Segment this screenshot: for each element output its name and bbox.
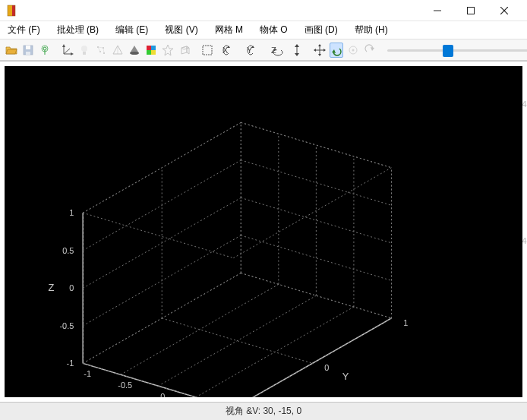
svg-marker-35 bbox=[163, 45, 173, 55]
undo-icon[interactable] bbox=[330, 43, 343, 58]
pyramid-icon[interactable] bbox=[111, 43, 125, 58]
3d-axes: -1-0.500.51-101-1-0.500.51XYZ bbox=[5, 66, 522, 397]
menu-help[interactable]: 帮助 (H) bbox=[352, 22, 391, 38]
menu-bar: 文件 (F) 批处理 (B) 编辑 (E) 视图 (V) 网格 M 物体 O 画… bbox=[0, 21, 527, 39]
svg-line-67 bbox=[83, 363, 233, 397]
redo-icon[interactable] bbox=[363, 43, 377, 58]
menu-grid[interactable]: 网格 M bbox=[212, 22, 246, 38]
plot-area: 24 24 -1-0.500.51-101-1-0.500.51XYZ bbox=[0, 61, 527, 402]
select-icon[interactable] bbox=[200, 43, 214, 58]
menu-plot[interactable]: 画图 (D) bbox=[301, 22, 341, 38]
open-icon[interactable] bbox=[5, 43, 18, 58]
svg-line-66 bbox=[233, 318, 391, 397]
x-rotate-icon[interactable]: X bbox=[217, 43, 238, 58]
status-bar: 视角 &V: 30, -15, 0 bbox=[0, 402, 527, 420]
svg-line-89 bbox=[83, 213, 233, 257]
move-icon[interactable] bbox=[313, 43, 327, 58]
expand-icon[interactable] bbox=[290, 43, 304, 58]
crystal-icon[interactable] bbox=[94, 43, 108, 58]
svg-text:-1: -1 bbox=[67, 358, 74, 368]
status-text: 视角 &V: 30, -15, 0 bbox=[226, 405, 301, 418]
svg-line-91 bbox=[83, 122, 241, 213]
svg-rect-9 bbox=[26, 52, 30, 55]
maximize-button[interactable] bbox=[454, 0, 488, 21]
svg-line-84 bbox=[83, 235, 241, 326]
svg-rect-31 bbox=[147, 46, 151, 50]
svg-line-25 bbox=[98, 47, 100, 52]
star-icon[interactable] bbox=[161, 43, 175, 58]
svg-point-57 bbox=[352, 49, 355, 51]
app-icon bbox=[6, 5, 18, 17]
toolbar: X Y Z bbox=[0, 39, 527, 61]
svg-line-15 bbox=[64, 49, 70, 54]
svg-rect-34 bbox=[151, 50, 156, 55]
svg-marker-54 bbox=[323, 49, 326, 52]
bulb-icon[interactable] bbox=[77, 43, 91, 58]
svg-marker-53 bbox=[314, 49, 316, 52]
cone-icon[interactable] bbox=[128, 43, 141, 58]
svg-line-92 bbox=[241, 122, 391, 167]
svg-marker-58 bbox=[371, 47, 374, 51]
svg-rect-0 bbox=[8, 5, 12, 16]
antenna-icon[interactable] bbox=[38, 43, 52, 58]
svg-line-90 bbox=[233, 168, 391, 258]
zoom-slider[interactable] bbox=[387, 43, 527, 57]
svg-line-24 bbox=[98, 47, 103, 48]
svg-marker-47 bbox=[295, 44, 299, 47]
svg-text:1: 1 bbox=[69, 208, 74, 217]
svg-rect-8 bbox=[26, 46, 30, 49]
svg-marker-51 bbox=[318, 44, 321, 46]
axis-icon[interactable] bbox=[61, 43, 74, 58]
title-bar: LB bbox=[0, 0, 527, 21]
svg-text:0: 0 bbox=[324, 363, 329, 372]
y-rotate-icon[interactable]: Y bbox=[241, 43, 263, 58]
cube-icon[interactable] bbox=[178, 43, 191, 58]
svg-text:0: 0 bbox=[160, 392, 165, 397]
svg-point-30 bbox=[130, 52, 139, 55]
svg-marker-55 bbox=[332, 49, 336, 53]
svg-rect-4 bbox=[468, 7, 475, 14]
3d-canvas[interactable]: -1-0.500.51-101-1-0.500.51XYZ bbox=[5, 66, 522, 397]
svg-rect-33 bbox=[147, 50, 151, 55]
svg-text:Z: Z bbox=[49, 282, 55, 293]
menu-edit[interactable]: 编辑 (E) bbox=[112, 22, 151, 38]
svg-marker-17 bbox=[71, 52, 74, 55]
svg-line-60 bbox=[233, 318, 391, 397]
svg-text:0: 0 bbox=[69, 283, 74, 292]
svg-rect-32 bbox=[151, 46, 156, 50]
menu-batch[interactable]: 批处理 (B) bbox=[54, 22, 102, 38]
svg-marker-48 bbox=[295, 53, 299, 56]
svg-text:-0.5: -0.5 bbox=[118, 381, 132, 390]
svg-marker-38 bbox=[181, 46, 189, 49]
svg-rect-39 bbox=[203, 46, 212, 55]
menu-file[interactable]: 文件 (F) bbox=[5, 22, 43, 38]
menu-object[interactable]: 物体 O bbox=[257, 22, 291, 38]
svg-text:Y: Y bbox=[342, 371, 349, 382]
palette-icon[interactable] bbox=[144, 43, 158, 58]
svg-text:-0.5: -0.5 bbox=[60, 321, 74, 330]
svg-rect-19 bbox=[83, 52, 86, 55]
svg-point-18 bbox=[81, 46, 87, 52]
svg-marker-52 bbox=[318, 54, 321, 56]
svg-text:1: 1 bbox=[403, 318, 408, 327]
minimize-button[interactable] bbox=[421, 0, 454, 21]
svg-line-59 bbox=[83, 363, 233, 397]
svg-text:0.5: 0.5 bbox=[62, 246, 74, 255]
svg-line-64 bbox=[158, 295, 316, 386]
center-icon[interactable] bbox=[346, 43, 360, 58]
svg-marker-16 bbox=[62, 44, 65, 47]
svg-line-63 bbox=[121, 284, 279, 374]
svg-line-26 bbox=[103, 48, 104, 53]
svg-point-10 bbox=[43, 47, 46, 50]
svg-rect-1 bbox=[12, 5, 15, 16]
z-rotate-icon[interactable]: Z bbox=[266, 43, 287, 58]
svg-text:-1: -1 bbox=[84, 369, 91, 378]
save-icon[interactable] bbox=[21, 43, 35, 58]
menu-view[interactable]: 视图 (V) bbox=[162, 22, 200, 38]
close-button[interactable] bbox=[488, 0, 521, 21]
